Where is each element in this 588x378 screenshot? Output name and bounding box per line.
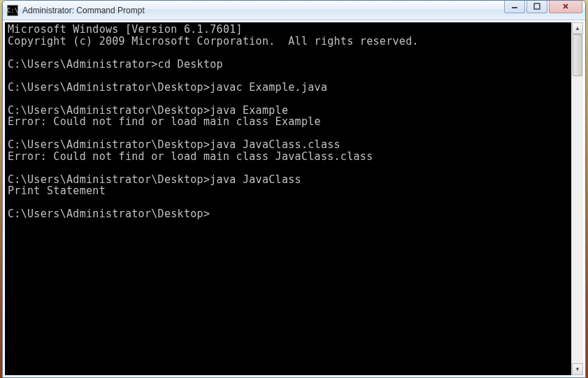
scroll-up-button[interactable]: ▲ xyxy=(572,22,583,34)
svg-rect-0 xyxy=(512,7,517,8)
close-button[interactable] xyxy=(549,0,582,13)
close-icon xyxy=(561,3,570,10)
command-prompt-window: C:\ Administrator: Command Prompt Micros… xyxy=(2,0,586,378)
scroll-down-button[interactable]: ▼ xyxy=(572,363,583,375)
minimize-button[interactable] xyxy=(504,0,525,13)
svg-rect-1 xyxy=(534,3,540,9)
console-area: Microsoft Windows [Version 6.1.7601] Cop… xyxy=(3,20,585,377)
scroll-track[interactable] xyxy=(572,34,583,363)
vertical-scrollbar[interactable]: ▲ ▼ xyxy=(571,22,583,375)
maximize-icon xyxy=(533,3,541,10)
cmd-icon: C:\ xyxy=(7,5,18,16)
console-output[interactable]: Microsoft Windows [Version 6.1.7601] Cop… xyxy=(5,22,571,375)
maximize-button[interactable] xyxy=(526,0,547,13)
scroll-thumb[interactable] xyxy=(573,34,582,76)
titlebar[interactable]: C:\ Administrator: Command Prompt xyxy=(3,1,585,20)
window-title: Administrator: Command Prompt xyxy=(22,6,582,15)
window-controls xyxy=(504,0,582,13)
minimize-icon xyxy=(510,3,519,10)
